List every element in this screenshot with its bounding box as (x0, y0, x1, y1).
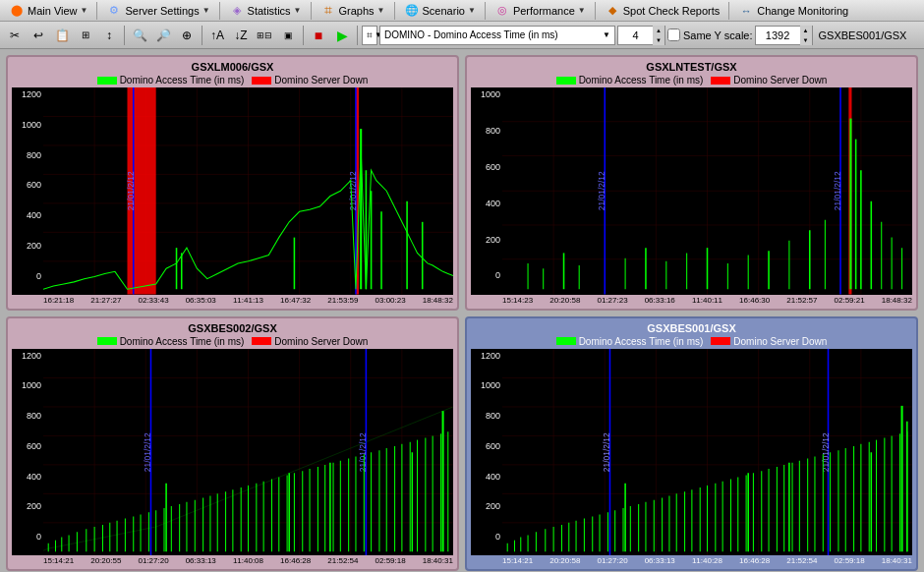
toolbar: ✂ ↩ 📋 ⊞ ↕ 🔍 🔎 ⊕ ↑A ↓Z ⊞⊟ ▣ ■ ▶ ⌗ ▼ DOMIN… (0, 22, 924, 49)
chart-legend-bottom-left: Domino Access Time (in ms) Domino Server… (12, 336, 453, 347)
x-label: 02:59:21 (835, 296, 865, 305)
count-spinner[interactable]: 4 ▲ ▼ (617, 26, 665, 45)
menu-graphs[interactable]: ⌗ Graphs ▼ (316, 2, 390, 20)
x-label: 15:14:21 (43, 556, 74, 565)
toolbar-btn-8[interactable]: ⊞⊟ (254, 25, 275, 46)
legend-label-down-bl: Domino Server Down (274, 336, 368, 347)
menu-separator (394, 2, 395, 20)
toolbar-play-btn[interactable]: ▶ (331, 25, 353, 46)
legend-color-green-tl (97, 77, 117, 85)
svg-text:21/01/2/12: 21/01/2/12 (603, 432, 612, 472)
legend-server-down-br: Domino Server Down (711, 336, 827, 347)
legend-label-access-tl: Domino Access Time (in ms) (120, 75, 245, 86)
same-y-scale-checkbox[interactable] (667, 29, 680, 41)
y-scale-input[interactable]: 1392 (756, 27, 800, 44)
x-label: 21:53:59 (327, 296, 358, 305)
y-scale-spinner[interactable]: 1392 ▲ ▼ (755, 26, 813, 45)
toolbar-btn-3[interactable]: 📋 (51, 25, 73, 46)
toolbar-btn-9[interactable]: ▣ (277, 25, 299, 46)
toolbar-btn-4[interactable]: ⊞ (75, 25, 96, 46)
x-label: 06:35:03 (186, 296, 216, 305)
y-label: 200 (27, 241, 41, 251)
menu-separator (728, 2, 729, 20)
menu-performance[interactable]: ◎ Performance ▼ (490, 2, 591, 20)
metric-dropdown[interactable]: DOMINO - Domino Access Time (in ms) ▼ (379, 26, 615, 45)
y-label: 600 (486, 441, 500, 451)
y-label: 1200 (22, 351, 41, 361)
y-axis-tr: 1000 800 600 400 200 0 (471, 87, 502, 295)
menu-bar: ⬤ Main View ▼ ⚙ Server Settings ▼ ◈ Stat… (0, 0, 924, 22)
x-label: 11:41:13 (233, 296, 263, 305)
chart-svg-tr: 21/01/2/12 21/01/2/12 (502, 87, 912, 295)
chevron-down-icon: ▼ (603, 30, 610, 39)
chart-type-dropdown[interactable]: ⌗ ▼ (362, 26, 377, 45)
legend-label-down-tl: Domino Server Down (274, 75, 368, 86)
x-label: 15:14:21 (502, 556, 533, 565)
y-spinner-down[interactable]: ▼ (800, 35, 812, 45)
menu-performance-label: Performance (513, 5, 575, 17)
svg-text:21/01/2/12: 21/01/2/12 (821, 432, 831, 472)
toolbar-separator (124, 26, 125, 45)
toolbar-btn-6[interactable]: 🔎 (152, 25, 174, 46)
menu-main-view-label: Main View (28, 5, 78, 17)
x-label: 20:20:58 (549, 556, 580, 565)
toolbar-btn-1[interactable]: ✂ (4, 25, 26, 46)
x-label: 01:27:20 (138, 556, 168, 565)
x-axis-tr: 15:14:23 20:20:58 01:27:23 06:33:16 11:4… (471, 295, 912, 305)
legend-color-red-bl (252, 337, 271, 345)
toolbar-stop-btn[interactable]: ■ (308, 25, 329, 46)
legend-color-green-bl (97, 337, 117, 345)
svg-text:21/01/2/12: 21/01/2/12 (833, 171, 842, 210)
y-label: 800 (27, 411, 41, 421)
menu-server-settings-label: Server Settings (125, 5, 199, 17)
same-y-scale-text: Same Y scale: (683, 29, 753, 41)
toolbar-btn-2[interactable]: ↩ (28, 25, 49, 46)
x-label: 15:14:23 (502, 296, 533, 305)
y-label: 600 (27, 180, 41, 190)
chart-top-left: GSXLM006/GSX Domino Access Time (in ms) … (6, 55, 459, 311)
toolbar-search[interactable]: 🔍 (129, 25, 150, 46)
y-spinner-buttons: ▲ ▼ (800, 26, 812, 45)
y-label: 600 (27, 441, 41, 451)
menu-main-view[interactable]: ⬤ Main View ▼ (4, 2, 92, 20)
menu-statistics[interactable]: ◈ Statistics ▼ (224, 2, 307, 20)
menu-scenario[interactable]: 🌐 Scenario ▼ (399, 2, 481, 20)
toolbar-btn-5[interactable]: ↕ (98, 25, 120, 46)
change-monitoring-icon: ↔ (738, 3, 754, 19)
chart-svg-br: 21/01/2/12 21/01/2/12 (502, 349, 912, 556)
legend-access-time-br: Domino Access Time (in ms) (556, 336, 704, 347)
toolbar-btn-7[interactable]: ⊕ (176, 25, 198, 46)
chart-body-bl: 1200 1000 800 600 400 200 0 (12, 349, 453, 556)
spinner-buttons: ▲ ▼ (653, 26, 664, 45)
chevron-down-icon: ▼ (468, 6, 476, 15)
legend-color-red-tl (252, 77, 271, 85)
menu-spot-check[interactable]: ◆ Spot Check Reports (600, 2, 724, 20)
y-label: 0 (36, 532, 41, 542)
y-label: 1000 (481, 89, 500, 99)
menu-server-settings[interactable]: ⚙ Server Settings ▼ (101, 2, 214, 20)
x-label: 21:52:54 (786, 556, 817, 565)
x-label: 11:40:08 (233, 556, 263, 565)
y-label: 800 (486, 126, 500, 136)
menu-change-monitoring[interactable]: ↔ Change Monitoring (733, 2, 853, 20)
chevron-down-icon: ▼ (81, 6, 88, 15)
x-label: 16:46:30 (739, 296, 770, 305)
y-label: 1000 (481, 380, 500, 390)
spinner-down[interactable]: ▼ (653, 35, 664, 45)
chart-bottom-left: GSXBES002/GSX Domino Access Time (in ms)… (6, 316, 459, 572)
x-label: 06:33:13 (186, 556, 216, 565)
x-label: 21:52:57 (786, 296, 817, 305)
toolbar-sort-desc[interactable]: ↓Z (230, 25, 252, 46)
y-spinner-up[interactable]: ▲ (800, 26, 812, 35)
x-axis-bl: 15:14:21 20:20:55 01:27:20 06:33:13 11:4… (12, 555, 453, 565)
spinner-up[interactable]: ▲ (653, 26, 664, 35)
count-input[interactable]: 4 (618, 27, 653, 44)
performance-icon: ◎ (494, 3, 510, 19)
x-label: 21:27:27 (90, 296, 121, 305)
chevron-down-icon: ▼ (294, 6, 302, 15)
chart-title-top-right: GSXLNTEST/GSX (471, 61, 912, 73)
menu-scenario-label: Scenario (423, 5, 465, 17)
toolbar-sort-asc[interactable]: ↑A (206, 25, 228, 46)
x-label: 01:27:23 (597, 296, 627, 305)
main-view-icon: ⬤ (9, 3, 25, 19)
